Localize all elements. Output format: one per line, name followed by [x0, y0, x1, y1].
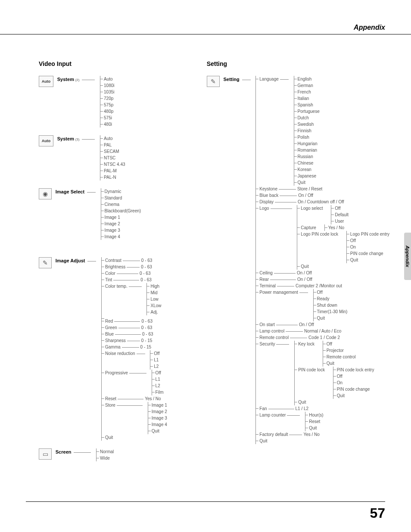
system2-items: Auto 1080i 1035i 720p 575p 480p 575i 480…: [100, 76, 114, 128]
image-adjust-icon: ✎: [39, 257, 52, 268]
screen-group: ▭ Screen Normal Wide: [39, 448, 207, 461]
video-input-title: Video Input: [39, 60, 207, 67]
auto-icon: Auto: [39, 135, 53, 146]
page-header: Appendix: [0, 24, 411, 34]
footer-rule: [26, 501, 385, 502]
system2-group: Auto System (2) Auto 1080i 1035i 720p 57…: [39, 76, 207, 128]
video-input-column: Video Input Auto System (2) Auto 1080i 1…: [39, 60, 207, 498]
image-adjust-group: ✎ Image Adjust Contrast0 - 63 Brightness…: [39, 257, 207, 441]
page-number: 57: [370, 505, 385, 521]
screen-icon: ▭: [39, 448, 52, 460]
side-tab: Appendix: [404, 233, 411, 280]
setting-column: Setting ✎ Setting Language English Germa…: [207, 60, 389, 498]
setting-icon: ✎: [207, 76, 220, 87]
system3-items: Auto PAL SECAM NTSC NTSC 4.43 PAL-M PAL-…: [100, 135, 125, 180]
image-adjust-items: Contrast0 - 63 Brightness0 - 63 Color0 -…: [101, 257, 167, 441]
image-select-group: ◉ Image Select Dynamic Standard Cinema B…: [39, 188, 207, 240]
image-select-icon: ◉: [39, 188, 52, 199]
setting-root: ✎ Setting Language English German French…: [207, 76, 389, 444]
setting-title: Setting: [207, 60, 389, 67]
auto-icon: Auto: [39, 76, 53, 87]
header-section: Appendix: [354, 24, 385, 31]
image-select-items: Dynamic Standard Cinema Blackboard(Green…: [101, 188, 141, 240]
system3-group: Auto System (3) Auto PAL SECAM NTSC NTSC…: [39, 135, 207, 180]
